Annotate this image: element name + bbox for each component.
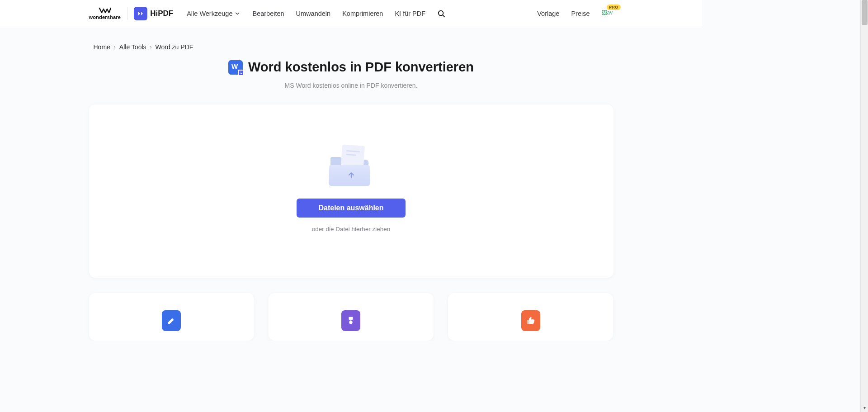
svg-point-2 — [439, 11, 443, 16]
medal-feature-icon — [341, 310, 360, 331]
feature-card-easy — [448, 293, 613, 341]
header-inner: wondershare HiPDF Alle Werkzeuge Bearbei… — [80, 0, 623, 27]
thumbs-up-feature-icon — [521, 310, 540, 331]
choose-files-button[interactable]: Dateien auswählen — [297, 199, 405, 218]
page-title: Word kostenlos in PDF konvertieren — [248, 60, 474, 75]
avatar[interactable]: 🖼av PRO — [602, 8, 613, 19]
upload-arrow-icon — [347, 170, 356, 180]
nav-pricing[interactable]: Preise — [571, 10, 590, 17]
avatar-broken-icon: 🖼av — [602, 9, 613, 16]
convert-corner-icon — [238, 70, 244, 76]
wondershare-logo[interactable]: wondershare — [89, 7, 121, 20]
edit-feature-icon — [162, 310, 181, 331]
feature-card-quality — [269, 293, 434, 341]
breadcrumb-sep-icon: › — [150, 44, 152, 50]
word-to-pdf-icon: W — [228, 60, 243, 75]
hipdf-text: HiPDF — [150, 9, 173, 18]
w-letter-icon: W — [231, 62, 238, 70]
nav-convert[interactable]: Umwandeln — [296, 10, 331, 17]
wondershare-mark-icon — [99, 7, 111, 14]
hipdf-logo[interactable]: HiPDF — [134, 7, 173, 20]
feature-card-edit — [89, 293, 254, 341]
upload-illustration-icon — [329, 145, 374, 186]
logo-group: wondershare HiPDF — [89, 7, 174, 20]
nav-ai-pdf-label: KI für PDF — [395, 10, 425, 17]
nav-compress[interactable]: Komprimieren — [342, 10, 383, 17]
svg-marker-0 — [138, 12, 140, 15]
features-row — [89, 293, 613, 341]
svg-marker-1 — [141, 12, 143, 15]
svg-line-3 — [443, 15, 445, 17]
upload-card[interactable]: Dateien auswählen oder die Datei hierher… — [89, 104, 613, 278]
breadcrumb-current: Word zu PDF — [156, 43, 193, 51]
nav-all-tools[interactable]: Alle Werkzeuge — [187, 10, 241, 17]
title-section: W Word kostenlos in PDF konvertieren MS … — [0, 60, 702, 89]
avatar-alt-text: av — [607, 9, 613, 16]
nav-template-label: Vorlage — [537, 10, 559, 17]
nav-compress-label: Komprimieren — [342, 10, 383, 17]
hipdf-badge-icon — [134, 7, 147, 20]
drag-hint: oder die Datei hierher ziehen — [107, 226, 595, 232]
breadcrumb-home[interactable]: Home — [94, 43, 110, 51]
breadcrumb: Home › Alle Tools › Word zu PDF — [89, 27, 613, 56]
nav-template[interactable]: Vorlage — [537, 10, 559, 17]
pro-badge: PRO — [607, 5, 620, 10]
page-subtitle: MS Word kostenlos online in PDF konverti… — [0, 82, 702, 89]
breadcrumb-sep-icon: › — [114, 44, 116, 50]
header: wondershare HiPDF Alle Werkzeuge Bearbei… — [0, 0, 702, 27]
nav-convert-label: Umwandeln — [296, 10, 331, 17]
header-right: Vorlage Preise 🖼av PRO — [537, 8, 613, 19]
nav-pricing-label: Preise — [571, 10, 590, 17]
logo-divider — [127, 7, 127, 20]
wondershare-text: wondershare — [89, 14, 121, 20]
nav-edit-label: Bearbeiten — [252, 10, 284, 17]
svg-point-4 — [349, 321, 353, 324]
title-row: W Word kostenlos in PDF konvertieren — [0, 60, 702, 75]
breadcrumb-all-tools[interactable]: Alle Tools — [119, 43, 146, 51]
nav-ai-pdf[interactable]: KI für PDF — [395, 10, 425, 17]
search-icon[interactable] — [437, 9, 445, 18]
nav-edit[interactable]: Bearbeiten — [252, 10, 284, 17]
main-nav: Alle Werkzeuge Bearbeiten Umwandeln Komp… — [187, 9, 445, 18]
nav-all-tools-label: Alle Werkzeuge — [187, 10, 232, 17]
chevron-down-icon — [234, 10, 241, 17]
